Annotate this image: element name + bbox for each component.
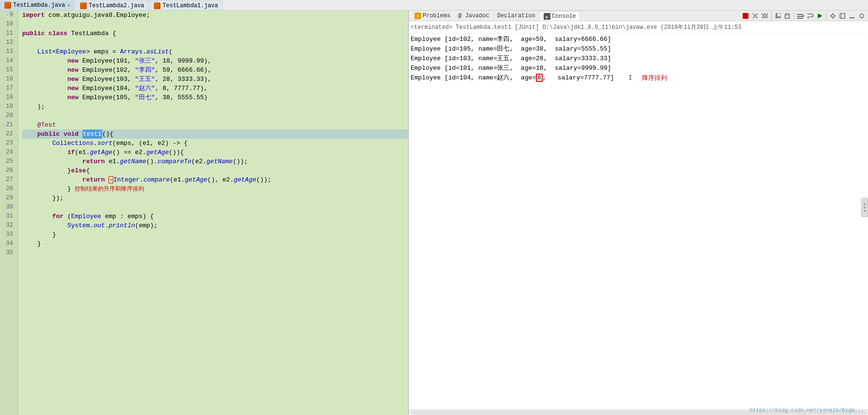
tab-label: TestLambda.java <box>13 2 65 9</box>
maximize-button[interactable] <box>838 12 847 20</box>
svg-point-21 <box>831 14 834 17</box>
svg-marker-18 <box>803 14 804 17</box>
code-line-10 <box>22 20 408 29</box>
scroll-lock-icon <box>797 13 804 19</box>
ln-33: 33 <box>0 230 15 239</box>
settings-icon <box>829 13 836 19</box>
ln-32: 32 <box>0 221 15 230</box>
code-line-23: Collections.sort(emps, (e1, e2) -> { <box>22 139 408 148</box>
code-line-25: return e1.getName().compareTo(e2.getName… <box>22 157 408 166</box>
ln-34: 34 <box>0 239 15 248</box>
maximize-icon <box>840 13 845 19</box>
svg-text:▶: ▶ <box>546 15 548 19</box>
code-area: -9 10 11 12 -13 14 15 16 17 18 19 20 -21… <box>0 11 408 415</box>
ln-20: 20 <box>0 111 15 120</box>
code-line-13: List<Employee> emps = Arrays.asList( <box>22 47 408 56</box>
resize-grip[interactable] <box>861 198 868 217</box>
code-line-26: }else{ <box>22 166 408 175</box>
ln-14: 14 <box>0 56 15 65</box>
ln-28: 28 <box>0 184 15 194</box>
ln-29: 29 <box>0 194 15 203</box>
console-toolbar-inline <box>741 12 866 20</box>
settings-button[interactable] <box>828 12 837 20</box>
stop-button[interactable] <box>741 12 750 20</box>
console-line5-text: Employee [id=104, name=赵六, age=8, salary… <box>411 73 614 83</box>
ln-25: 25 <box>0 157 15 166</box>
tab-declaration[interactable]: Declaration <box>493 11 539 21</box>
terminate-button[interactable] <box>751 12 760 20</box>
code-lines[interactable]: import com.atguigu.java8.Employee; publi… <box>18 11 408 415</box>
ln-18: 18 <box>0 93 15 102</box>
sep2 <box>794 12 794 20</box>
tab-testlambda2[interactable]: TestLambda2.java <box>76 0 148 10</box>
stop-icon <box>743 13 748 19</box>
tab-declaration-label: Declaration <box>497 13 535 19</box>
ln-26: 26 <box>0 166 15 175</box>
console-annotation: 降序排列 <box>642 73 667 83</box>
svg-marker-20 <box>818 13 822 18</box>
ln-23: 23 <box>0 139 15 148</box>
ln-21: -21 <box>0 120 15 130</box>
code-line-33: } <box>22 230 408 239</box>
cursor-symbol: I <box>628 73 632 83</box>
code-line-17: new Employee(104, "赵六", 8, 7777.77), <box>22 84 408 93</box>
copy-icon <box>775 13 781 19</box>
paste-icon <box>785 13 790 19</box>
close-icon[interactable]: ✕ <box>67 2 70 8</box>
remove-all-button[interactable] <box>761 12 769 20</box>
right-tab-bar: ! Problems @ Javadoc Declaration ▶ Conso… <box>409 11 868 21</box>
ln-10: 10 <box>0 20 15 29</box>
code-line-18: new Employee(105, "田七", 38, 5555.55) <box>22 93 408 102</box>
ln-15: 15 <box>0 65 15 75</box>
svg-rect-12 <box>777 13 781 17</box>
svg-rect-17 <box>797 18 803 19</box>
code-line-19: ); <box>22 102 408 111</box>
minimize-button[interactable] <box>848 12 856 20</box>
ln-24: 24 <box>0 148 15 157</box>
sep3 <box>826 12 827 20</box>
minimize-icon <box>849 13 855 19</box>
main-content: -9 10 11 12 -13 14 15 16 17 18 19 20 -21… <box>0 11 868 415</box>
code-line-14: new Employee(101, "张三", 18, 9999.99), <box>22 56 408 65</box>
code-line-34: } <box>22 239 408 248</box>
ln-9: -9 <box>0 11 15 20</box>
code-line-28: } 控制结果的升序和降序排列 <box>22 184 408 194</box>
code-line-30 <box>22 203 408 212</box>
run-button[interactable] <box>815 12 824 20</box>
ln-35: 35 <box>0 248 15 258</box>
tab-console[interactable]: ▶ Console <box>539 11 580 21</box>
tab-label-2: TestLambda2.java <box>89 2 144 9</box>
java-icon-3 <box>154 2 160 9</box>
code-line-21: @Test <box>22 120 408 130</box>
svg-text:!: ! <box>416 14 419 19</box>
tab-problems[interactable]: ! Problems <box>411 11 454 21</box>
problems-icon: ! <box>414 13 421 19</box>
copy-button[interactable] <box>774 12 782 20</box>
ln-19: 19 <box>0 102 15 111</box>
word-wrap-icon <box>807 13 814 19</box>
code-line-11: public class TestLambda { <box>22 29 408 38</box>
remove-all-icon <box>761 13 768 19</box>
console-icon: ▶ <box>544 13 550 20</box>
right-panel: ! Problems @ Javadoc Declaration ▶ Conso… <box>409 11 868 415</box>
paste-button[interactable] <box>783 12 792 20</box>
code-line-31: for (Employee emp : emps) { <box>22 212 408 221</box>
svg-rect-14 <box>786 13 788 15</box>
svg-rect-16 <box>797 16 803 17</box>
tab-testlambda1[interactable]: TestLambda1.java <box>149 0 222 10</box>
tab-javadoc[interactable]: @ Javadoc <box>454 11 494 21</box>
sep1 <box>771 12 772 20</box>
console-output-1: Employee [id=102, name=李四, age=59, salar… <box>411 35 866 44</box>
svg-rect-4 <box>743 13 748 19</box>
code-line-24: if(e1.getAge() == e2.getAge()){ <box>22 148 408 157</box>
code-line-27: return -Integer.compare(e1.getAge(), e2.… <box>22 175 408 184</box>
word-wrap-button[interactable] <box>806 12 815 20</box>
right-resize-handle[interactable] <box>861 11 868 415</box>
code-line-20 <box>22 111 408 120</box>
scroll-lock-button[interactable] <box>796 12 805 20</box>
console-content[interactable]: <terminated> TestLambda.test1 [JUnit] D:… <box>409 21 868 409</box>
tab-testlambda[interactable]: TestLambda.java ✕ <box>0 0 75 10</box>
watermark: https://blog.csdn.net/ysnalb/BigW... <box>749 407 864 413</box>
tab-problems-label: Problems <box>423 13 451 19</box>
code-line-32: System.out.println(emp); <box>22 221 408 230</box>
